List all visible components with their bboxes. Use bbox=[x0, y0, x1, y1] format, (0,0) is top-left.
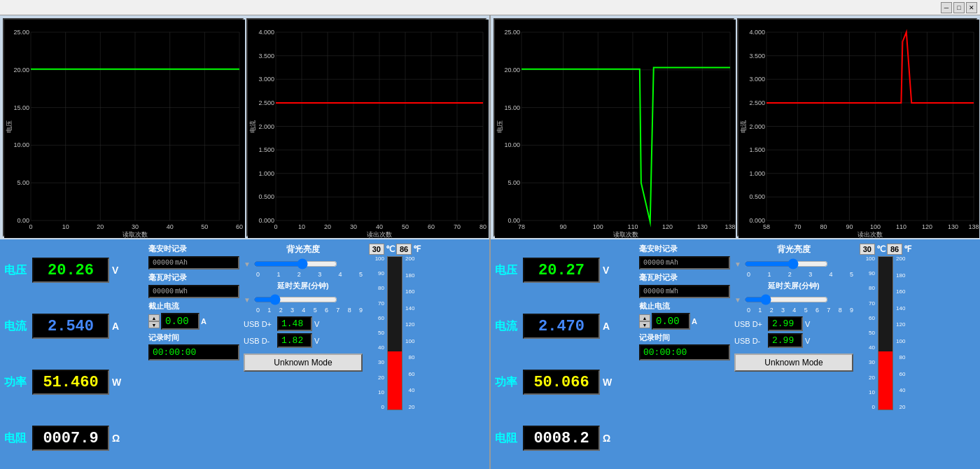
right-delay-slider[interactable] bbox=[744, 294, 828, 305]
right-current-row: 电流 2.470 A bbox=[495, 314, 635, 339]
left-current-unit: A bbox=[112, 321, 119, 332]
left-current-canvas bbox=[248, 20, 489, 238]
left-backlight-title: 背光亮度 bbox=[244, 244, 363, 255]
left-controls-row: 电压 20.26 V 电流 2.540 A 功率 51.460 W 电阻 000… bbox=[0, 239, 489, 469]
left-power-label: 功率 bbox=[4, 375, 29, 390]
left-readings-panel: 电压 20.26 V 电流 2.540 A 功率 51.460 W 电阻 000… bbox=[4, 244, 144, 465]
right-voltage-canvas bbox=[495, 20, 736, 238]
right-cutoff-up-btn[interactable]: ▲ bbox=[639, 314, 650, 321]
left-usb-dminus-row: USB D- 1.82 V bbox=[244, 333, 363, 348]
left-power-row: 功率 51.460 W bbox=[4, 370, 144, 395]
left-voltage-row: 电压 20.26 V bbox=[4, 258, 144, 283]
left-cutoff-unit: A bbox=[201, 317, 206, 326]
right-mwh-label: 毫瓦时记录 bbox=[639, 272, 730, 283]
left-voltage-display: 20.26 bbox=[32, 258, 109, 283]
right-charts-row: 电压曲线 电流曲线 bbox=[491, 15, 980, 239]
right-thermo-bar bbox=[878, 256, 893, 410]
left-cutoff-up-btn[interactable]: ▲ bbox=[148, 314, 160, 321]
left-mwh-section: 毫瓦时记录 00000 mWh bbox=[148, 272, 239, 298]
left-mwh-label: 毫瓦时记录 bbox=[148, 272, 239, 283]
right-power-unit: W bbox=[603, 377, 612, 388]
minimize-btn[interactable]: ─ bbox=[941, 2, 952, 13]
left-mah-display: 00000 mAh bbox=[148, 256, 239, 270]
left-usb-dplus-display: 1.48 bbox=[277, 316, 312, 331]
right-usb-section: USB D+ 2.99 V USB D- 2.99 V bbox=[734, 316, 853, 348]
left-time-section: 记录时间 00:00:00 bbox=[148, 332, 239, 360]
left-usb-dplus-unit: V bbox=[314, 320, 319, 328]
right-voltage-display: 20.27 bbox=[523, 258, 600, 283]
right-fahrenheit-label: ℉ bbox=[904, 244, 911, 254]
right-mah-section: 毫安时记录 00000 mAh bbox=[639, 244, 730, 270]
right-power-display: 50.066 bbox=[523, 370, 600, 395]
left-celsius-scale: 1009080706050403020100 bbox=[375, 256, 384, 410]
left-power-display: 51.460 bbox=[32, 370, 109, 395]
right-temp-c-box: 30 bbox=[860, 244, 875, 255]
title-bar: ─ □ ✕ bbox=[0, 0, 980, 15]
left-charts-row: 电压曲线 电流曲线 bbox=[0, 15, 489, 239]
left-time-display: 00:00:00 bbox=[148, 344, 239, 360]
right-usb-dplus-unit: V bbox=[805, 320, 810, 328]
right-usb-dminus-row: USB D- 2.99 V bbox=[734, 333, 853, 348]
left-usb-dminus-display: 1.82 bbox=[277, 333, 312, 348]
right-power-row: 功率 50.066 W bbox=[495, 370, 635, 395]
right-backlight-slider[interactable] bbox=[744, 258, 828, 270]
left-cutoff-label: 截止电流 bbox=[148, 301, 239, 312]
right-current-canvas bbox=[738, 20, 979, 238]
left-resistance-label: 电阻 bbox=[4, 431, 29, 446]
left-voltage-canvas bbox=[4, 20, 245, 238]
left-backlight-slider[interactable] bbox=[253, 258, 337, 270]
left-backlight-slider-section: ▼ 012345 bbox=[244, 258, 363, 278]
left-temp-top: 30 ℃ 86 ℉ bbox=[369, 244, 421, 255]
left-middle-panel: 毫安时记录 00000 mAh 毫瓦时记录 00000 mWh 截止电流 bbox=[148, 244, 239, 465]
right-current-unit: A bbox=[603, 321, 610, 332]
left-fahrenheit-scale: 20018016014012010080604020 bbox=[405, 256, 414, 410]
right-mah-display: 00000 mAh bbox=[639, 256, 730, 270]
left-voltage-label: 电压 bbox=[4, 263, 29, 278]
left-delay-slider-icon: ▼ bbox=[244, 296, 251, 304]
right-backlight-slider-icon: ▼ bbox=[734, 260, 741, 268]
left-cutoff-down-btn[interactable]: ▼ bbox=[148, 321, 160, 328]
left-usb-dminus-label: USB D- bbox=[244, 337, 275, 345]
right-resistance-unit: Ω bbox=[603, 433, 610, 444]
maximize-btn[interactable]: □ bbox=[953, 2, 965, 13]
right-cutoff-section: 截止电流 ▲ ▼ 0.00 A bbox=[639, 301, 730, 330]
right-time-display: 00:00:00 bbox=[639, 344, 730, 360]
right-delay-labels: 0123456789 bbox=[734, 307, 853, 314]
right-controls-row: 电压 20.27 V 电流 2.470 A 功率 50.066 W 电阻 000… bbox=[491, 239, 980, 469]
right-readings-panel: 电压 20.27 V 电流 2.470 A 功率 50.066 W 电阻 000… bbox=[495, 244, 635, 465]
left-delay-title: 延时关屏(分钟) bbox=[244, 281, 363, 291]
right-resistance-label: 电阻 bbox=[495, 431, 520, 446]
right-celsius-label: ℃ bbox=[876, 244, 886, 254]
right-thermometer: 1009080706050403020100 20018016014012010… bbox=[866, 256, 906, 410]
left-fahrenheit-label: ℉ bbox=[413, 244, 421, 254]
right-usb-dplus-row: USB D+ 2.99 V bbox=[734, 316, 853, 331]
right-usb-dplus-label: USB D+ bbox=[734, 320, 766, 328]
close-btn[interactable]: ✕ bbox=[966, 2, 977, 13]
right-current-chart: 电流曲线 bbox=[737, 18, 978, 237]
left-unknown-mode-btn[interactable]: Unknown Mode bbox=[244, 354, 363, 372]
left-usb-section: USB D+ 1.48 V USB D- 1.82 V bbox=[244, 316, 363, 348]
right-voltage-label: 电压 bbox=[495, 263, 520, 278]
left-temp-panel: 30 ℃ 86 ℉ 1009080706050403020100 2001801… bbox=[367, 244, 423, 465]
right-temp-top: 30 ℃ 86 ℉ bbox=[860, 244, 912, 255]
right-cutoff-down-btn[interactable]: ▼ bbox=[639, 321, 650, 328]
left-backlight-slider-icon: ▼ bbox=[244, 260, 251, 268]
right-unknown-mode-btn[interactable]: Unknown Mode bbox=[734, 354, 853, 372]
right-resistance-row: 电阻 0008.2 Ω bbox=[495, 426, 635, 451]
left-current-display: 2.540 bbox=[32, 314, 109, 339]
right-time-section: 记录时间 00:00:00 bbox=[639, 332, 730, 360]
left-temp-f-box: 86 bbox=[396, 244, 412, 255]
right-middle-panel: 毫安时记录 00000 mAh 毫瓦时记录 00000 mWh 截止电流 bbox=[639, 244, 730, 465]
left-thermometer: 1009080706050403020100 20018016014012010… bbox=[375, 256, 415, 410]
left-current-row: 电流 2.540 A bbox=[4, 314, 144, 339]
left-temp-c-box: 30 bbox=[369, 244, 384, 255]
right-delay-slider-section: ▼ 0123456789 bbox=[734, 294, 853, 314]
right-backlight-slider-section: ▼ 012345 bbox=[734, 258, 853, 278]
right-time-label: 记录时间 bbox=[639, 332, 730, 343]
left-delay-labels: 0123456789 bbox=[244, 307, 363, 314]
right-cutoff-label: 截止电流 bbox=[639, 301, 730, 312]
left-delay-slider[interactable] bbox=[253, 294, 337, 305]
right-voltage-unit: V bbox=[603, 265, 609, 276]
right-backlight-labels: 012345 bbox=[734, 271, 853, 278]
right-voltage-row: 电压 20.27 V bbox=[495, 258, 635, 283]
